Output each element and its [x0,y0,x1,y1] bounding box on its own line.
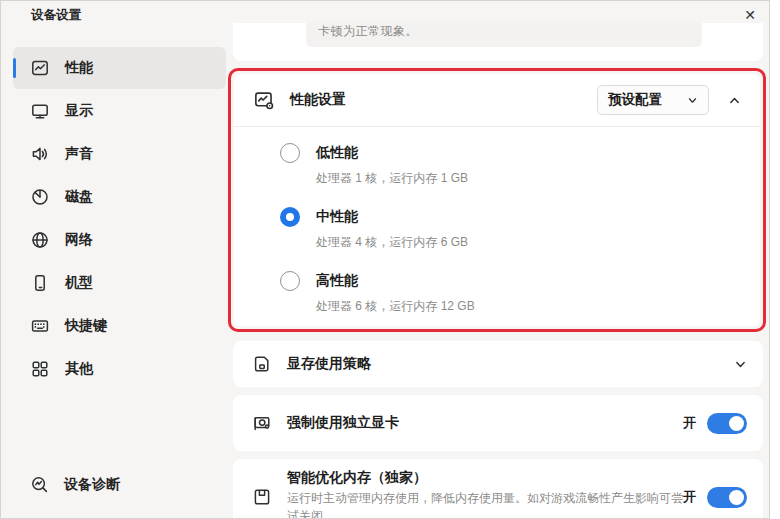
speaker-icon [30,144,50,164]
performance-settings-card: 性能设置 预设配置 低性能 [234,74,760,326]
vram-strategy-card[interactable]: 显存使用策略 [233,341,763,387]
previous-section-card: 卡顿为正常现象。 [233,23,763,61]
option-high-row[interactable]: 高性能 [280,271,760,291]
preset-config-label: 预设配置 [608,91,662,109]
sidebar-item-label: 声音 [65,145,93,163]
option-label: 高性能 [316,272,358,290]
option-high-performance: 高性能 处理器 6 核，运行内存 12 GB [280,271,760,315]
globe-icon [30,230,50,250]
smart-memory-toggle[interactable] [707,487,747,508]
option-desc: 处理器 1 核，运行内存 1 GB [316,170,760,187]
chevron-up-icon [728,94,741,107]
monitor-icon [30,101,50,121]
disk-pie-icon [30,187,50,207]
toggle-knob [729,416,744,431]
option-desc: 处理器 4 核，运行内存 6 GB [316,234,760,251]
option-label: 低性能 [316,144,358,162]
sidebar-footer-label: 设备诊断 [64,476,120,494]
force-dgpu-card: 强制使用独立显卡 开 [233,395,763,451]
device-icon [30,273,50,293]
sidebar-item-shortcuts[interactable]: 快捷键 [13,305,226,347]
toggle-state-label: 开 [683,488,696,506]
performance-settings-title: 性能设置 [290,91,346,109]
highlight-frame: 性能设置 预设配置 低性能 [228,68,766,332]
sidebar-item-diagnostics[interactable]: 设备诊断 [13,467,226,503]
sidebar-item-label: 网络 [65,231,93,249]
sidebar-item-display[interactable]: 显示 [13,90,226,132]
info-note-box: 卡顿为正常现象。 [306,23,702,47]
radio-unselected[interactable] [280,271,300,291]
keyboard-icon [30,316,50,336]
radio-selected[interactable] [280,207,300,227]
option-low-performance: 低性能 处理器 1 核，运行内存 1 GB [280,143,760,187]
sidebar-item-label: 机型 [65,274,93,292]
smart-memory-desc: 运行时主动管理内存使用，降低内存使用量。如对游戏流畅性产生影响可尝试关闭。 [287,490,683,519]
window-title: 设备设置 [31,7,81,24]
sidebar: 性能 显示 声音 磁盘 网络 [13,47,226,391]
option-low-row[interactable]: 低性能 [280,143,760,163]
toggle-state-label: 开 [683,414,696,432]
force-dgpu-title: 强制使用独立显卡 [287,414,399,432]
gpu-icon [252,413,272,433]
sidebar-item-performance[interactable]: 性能 [13,47,226,89]
diagnostics-icon [30,475,50,495]
grid-icon [30,359,50,379]
sidebar-item-sound[interactable]: 声音 [13,133,226,175]
toggle-knob [729,490,744,505]
sidebar-item-model[interactable]: 机型 [13,262,226,304]
smart-memory-card: 智能优化内存（独家） 运行时主动管理内存使用，降低内存使用量。如对游戏流畅性产生… [233,459,763,519]
performance-settings-header: 性能设置 预设配置 [234,74,760,127]
performance-chart-icon [30,58,50,78]
sidebar-item-label: 快捷键 [65,317,107,335]
performance-settings-icon [253,89,275,111]
device-settings-window: 设备设置 ✕ 性能 显示 声音 磁盘 [0,0,770,519]
option-medium-performance: 中性能 处理器 4 核，运行内存 6 GB [280,207,760,251]
sidebar-item-disk[interactable]: 磁盘 [13,176,226,218]
info-note-text: 卡顿为正常现象。 [318,23,418,40]
chevron-down-icon [687,95,698,106]
performance-options: 低性能 处理器 1 核，运行内存 1 GB 中性能 处理器 4 核，运行内存 6… [234,127,760,315]
option-label: 中性能 [316,208,358,226]
sidebar-item-label: 其他 [65,360,93,378]
save-memory-icon [252,487,272,507]
sidebar-item-network[interactable]: 网络 [13,219,226,261]
chevron-down-icon [734,358,747,371]
vram-strategy-title: 显存使用策略 [287,355,371,373]
sidebar-item-other[interactable]: 其他 [13,348,226,390]
sidebar-item-label: 性能 [65,59,93,77]
option-medium-row[interactable]: 中性能 [280,207,760,227]
sidebar-item-label: 磁盘 [65,188,93,206]
preset-config-dropdown[interactable]: 预设配置 [597,85,709,115]
sidebar-item-label: 显示 [65,102,93,120]
vram-icon [252,354,272,374]
smart-memory-title: 智能优化内存（独家） [287,469,683,487]
radio-unselected[interactable] [280,143,300,163]
force-dgpu-toggle[interactable] [707,413,747,434]
option-desc: 处理器 6 核，运行内存 12 GB [316,298,760,315]
collapse-section-button[interactable] [722,88,746,112]
